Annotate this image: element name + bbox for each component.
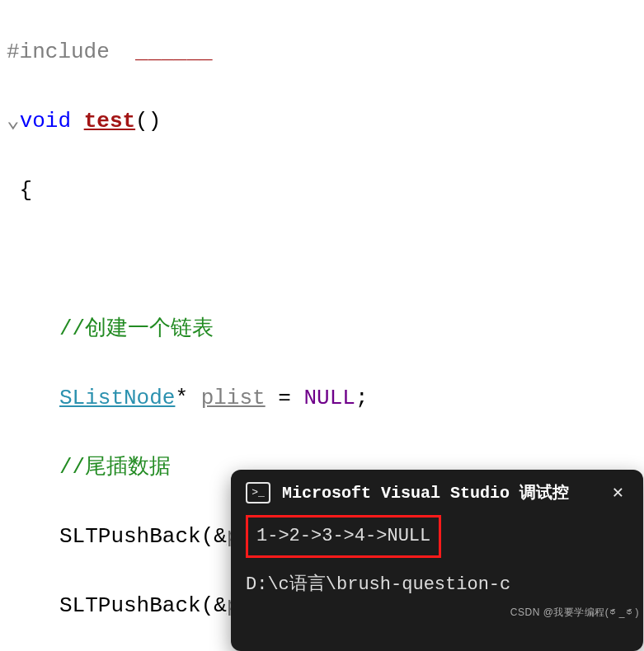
terminal-icon: >_: [246, 482, 270, 503]
console-titlebar[interactable]: >_ Microsoft Visual Studio 调试控 ✕: [231, 470, 643, 512]
watermark: CSDN @我要学编程(ಥ_ಥ): [510, 606, 639, 620]
include-fragment: #include ______: [7, 35, 644, 69]
decl-plist: SListNode* plist = NULL;: [7, 381, 644, 415]
console-path-line: D:\c语言\brush-question-c: [246, 569, 628, 601]
console-output[interactable]: 1->2->3->4->NULL D:\c语言\brush-question-c: [231, 512, 643, 601]
collapse-icon[interactable]: ⌄: [7, 109, 20, 133]
brace-open: {: [7, 173, 644, 208]
close-icon[interactable]: ✕: [608, 481, 628, 503]
comment-create: //创建一个链表: [7, 311, 644, 346]
fn-test-sig: ⌄void test(): [7, 104, 644, 138]
highlighted-output: 1->2->3->4->NULL: [246, 515, 441, 558]
console-title: Microsoft Visual Studio 调试控: [282, 481, 596, 503]
debug-console-window[interactable]: >_ Microsoft Visual Studio 调试控 ✕ 1->2->3…: [231, 470, 643, 651]
blank-line: [7, 242, 644, 277]
